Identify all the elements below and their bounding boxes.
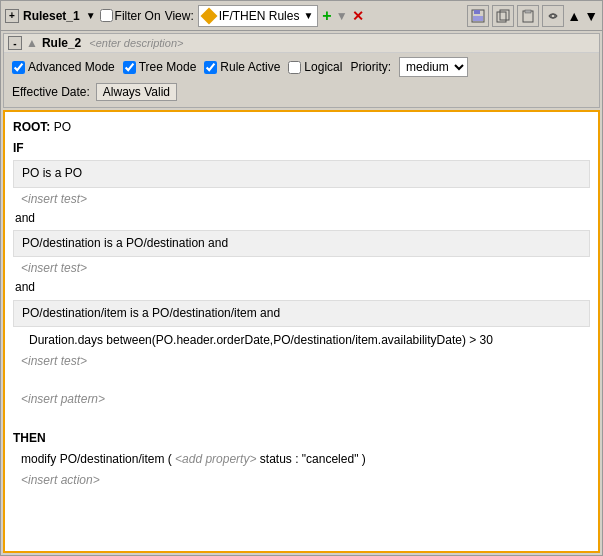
and-2: and bbox=[15, 278, 590, 297]
condition-block-2: PO/destination is a PO/destination and bbox=[13, 230, 590, 257]
rule-header: - ▲ Rule_2 <enter description> Advanced … bbox=[3, 33, 600, 108]
link-icon bbox=[546, 9, 560, 23]
top-toolbar: + Ruleset_1 ▼ Filter On View: IF/THEN Ru… bbox=[1, 1, 602, 31]
link-icon-button[interactable] bbox=[542, 5, 564, 27]
add-button[interactable]: + bbox=[322, 8, 331, 24]
always-valid-button[interactable]: Always Valid bbox=[96, 83, 177, 101]
logical-label: Logical bbox=[304, 60, 342, 74]
tree-mode-option: Tree Mode bbox=[123, 60, 197, 74]
down-nav-icon[interactable]: ▼ bbox=[584, 8, 598, 24]
collapse-rule-button[interactable]: - bbox=[8, 36, 22, 50]
logical-option: Logical bbox=[288, 60, 342, 74]
insert-test-2[interactable]: <insert test> bbox=[21, 259, 590, 278]
insert-test-3[interactable]: <insert test> bbox=[21, 352, 590, 371]
root-line: ROOT: PO bbox=[13, 118, 590, 137]
duration-line: Duration.days between(PO.header.orderDat… bbox=[13, 329, 590, 352]
rule-active-label: Rule Active bbox=[220, 60, 280, 74]
svg-rect-1 bbox=[474, 10, 480, 14]
add-property-placeholder[interactable]: <add property> bbox=[175, 452, 256, 466]
condition-block-1: PO is a PO bbox=[13, 160, 590, 187]
ruleset-label: Ruleset_1 bbox=[23, 9, 80, 23]
insert-action[interactable]: <insert action> bbox=[21, 471, 590, 490]
rule-description[interactable]: <enter description> bbox=[89, 37, 183, 49]
condition-2-text: PO/destination is a PO/destination and bbox=[22, 236, 228, 250]
insert-test-1[interactable]: <insert test> bbox=[21, 190, 590, 209]
rule-active-option: Rule Active bbox=[204, 60, 280, 74]
expand-icon[interactable]: + bbox=[5, 9, 19, 23]
view-dropdown[interactable]: IF/THEN Rules ▼ bbox=[198, 5, 319, 27]
paste-icon bbox=[521, 9, 535, 23]
tree-mode-checkbox[interactable] bbox=[123, 61, 136, 74]
logical-checkbox[interactable] bbox=[288, 61, 301, 74]
collapse-arrow-icon[interactable]: ▲ bbox=[26, 36, 38, 50]
rule-title-bar: - ▲ Rule_2 <enter description> bbox=[4, 34, 599, 53]
then-label: THEN bbox=[13, 429, 590, 448]
copy-icon bbox=[496, 9, 510, 23]
save-icon bbox=[471, 9, 485, 23]
rule-active-checkbox[interactable] bbox=[204, 61, 217, 74]
dropdown-arrow-icon[interactable]: ▼ bbox=[86, 10, 96, 21]
advanced-mode-label: Advanced Mode bbox=[28, 60, 115, 74]
svg-rect-2 bbox=[473, 16, 483, 21]
save-icon-button[interactable] bbox=[467, 5, 489, 27]
rule-content: ROOT: PO IF PO is a PO <insert test> and… bbox=[3, 110, 600, 553]
rule-options-bar: Advanced Mode Tree Mode Rule Active Logi… bbox=[4, 53, 599, 81]
root-label: ROOT: bbox=[13, 120, 50, 134]
copy-icon-button[interactable] bbox=[492, 5, 514, 27]
condition-block-3: PO/destination/item is a PO/destination/… bbox=[13, 300, 590, 327]
diamond-icon bbox=[200, 7, 217, 24]
dropdown-arrow: ▼ bbox=[303, 10, 313, 21]
toolbar-right: ▲ ▼ bbox=[467, 5, 598, 27]
priority-dropdown[interactable]: medium low high bbox=[399, 57, 468, 77]
and-1: and bbox=[15, 209, 590, 228]
action-block: modify PO/destination/item ( <add proper… bbox=[21, 448, 590, 471]
advanced-mode-option: Advanced Mode bbox=[12, 60, 115, 74]
up-nav-icon[interactable]: ▲ bbox=[567, 8, 581, 24]
svg-rect-6 bbox=[525, 10, 531, 13]
condition-3-text: PO/destination/item is a PO/destination/… bbox=[22, 306, 280, 320]
filter-on-checkbox[interactable] bbox=[100, 9, 113, 22]
priority-label: Priority: bbox=[350, 60, 391, 74]
insert-pattern[interactable]: <insert pattern> bbox=[21, 390, 590, 409]
rule-title: Rule_2 bbox=[42, 36, 81, 50]
tree-mode-label: Tree Mode bbox=[139, 60, 197, 74]
delete-button[interactable]: ✕ bbox=[352, 8, 364, 24]
view-label: View: bbox=[165, 9, 194, 23]
add-dropdown[interactable]: ▼ bbox=[336, 9, 348, 23]
if-label: IF bbox=[13, 139, 590, 158]
filter-on-label: Filter On bbox=[100, 9, 161, 23]
effective-date-label: Effective Date: bbox=[12, 85, 90, 99]
ruleset-panel: - ▲ Rule_2 <enter description> Advanced … bbox=[1, 31, 602, 555]
paste-icon-button[interactable] bbox=[517, 5, 539, 27]
main-container: + Ruleset_1 ▼ Filter On View: IF/THEN Ru… bbox=[0, 0, 603, 556]
condition-1-text: PO is a PO bbox=[22, 166, 82, 180]
root-value: PO bbox=[54, 120, 71, 134]
advanced-mode-checkbox[interactable] bbox=[12, 61, 25, 74]
effective-date-bar: Effective Date: Always Valid bbox=[4, 81, 599, 107]
